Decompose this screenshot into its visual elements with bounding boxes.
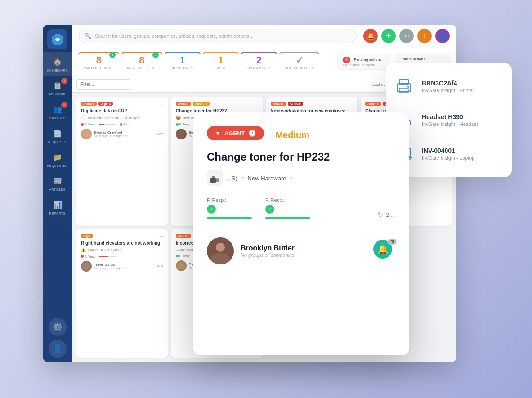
pending-actions-title: Pending actions xyxy=(354,58,382,62)
detail-priority: Medium xyxy=(275,130,309,140)
card-1-footer: Eleanor Crawford No groups or companies … xyxy=(81,129,163,139)
stat-tasks[interactable]: 1 TASKS xyxy=(203,52,239,72)
count-text: 2 ... xyxy=(386,211,396,218)
card-elevators[interactable]: ··· High Right hand elevators are not wo… xyxy=(76,229,168,358)
stat-unassigned[interactable]: 2 UNASSIGNED xyxy=(241,52,277,72)
card-3-menu-icon[interactable]: ··· xyxy=(349,101,353,107)
header: 🔍 Search for users, groups, companies, a… xyxy=(72,25,456,47)
card-5-usersub: No groups or companies xyxy=(94,267,128,270)
detail-user-section: Brooklyn Butler No groups or companies 🔔… xyxy=(207,228,396,264)
sidebar-label-requests: REQUESTS xyxy=(48,140,67,143)
field-bar-2 xyxy=(265,217,310,219)
sidebar-item-articles[interactable]: 📰 ARTICLES xyxy=(43,171,72,195)
sidebar-item-mywork[interactable]: 1 📋 MY WORK xyxy=(43,76,72,99)
sidebar-item-requests[interactable]: 📄 REQUESTS xyxy=(43,123,72,147)
sidebar-label-articles: ARTICLES xyxy=(49,188,66,191)
alert-icon: ! xyxy=(424,33,425,39)
card-5-title: Right hand elevators are not working xyxy=(81,241,163,246)
sidebar-label-dashboard: DASHBOARD xyxy=(47,69,68,72)
sidebar-item-settings[interactable]: ⚙️ xyxy=(49,318,67,336)
card-5-meta-text: Fault / Failure / Error xyxy=(88,248,121,252)
profile-icon: 👤 xyxy=(53,344,63,353)
sidebar-item-profile[interactable]: 👤 xyxy=(49,340,67,358)
card-menu-icon[interactable]: ··· xyxy=(160,101,164,107)
count-label: 10 xyxy=(404,34,409,38)
requests-icon: 📄 xyxy=(51,127,64,139)
tag-agent-3: AGENT xyxy=(271,102,286,106)
sidebar-item-reports[interactable]: 📊 REPORTS xyxy=(43,195,72,219)
card-1-title: Duplicate data in ERP xyxy=(81,108,163,113)
card-6-stat-f: F. Temp. xyxy=(176,255,191,258)
card-5-user-info: Travis Garcia No groups or companies xyxy=(94,263,128,270)
progress-mini-5 xyxy=(99,256,117,257)
f-resp-1-label: F. Resp.: xyxy=(207,197,252,203)
notification-badge: #9 xyxy=(387,239,397,245)
card-5-stats: F. Temp. xyxy=(81,255,163,258)
card-5-meta: ⚠️ Fault / Failure / Error xyxy=(81,248,163,252)
pending-actions-card[interactable]: 8 Pending actions Do, approve, complete xyxy=(337,54,391,70)
card-duplicate-erp[interactable]: ··· AGENT Urgent Duplicate data in ERP 📋… xyxy=(76,97,168,226)
tasks-label: TASKS xyxy=(215,67,226,70)
svg-rect-10 xyxy=(212,176,215,178)
collab-number: ✓ xyxy=(295,55,304,65)
stat-f-text-1: F. Temp. xyxy=(85,123,96,126)
detail-fields: F. Resp.: ✓ F. Resp.: ✓ ↻ 2 ... xyxy=(207,197,396,219)
printer-icon xyxy=(393,75,415,98)
avatar-eleanor xyxy=(81,129,92,139)
asset-laptop[interactable]: INV-004001 InvGate Insight - Laptop xyxy=(393,137,505,170)
sidebar-item-manager[interactable]: 2 👥 MANAGER xyxy=(43,99,72,123)
agent-label: AGENT xyxy=(224,130,245,137)
sidebar-item-dashboard[interactable]: 🏠 DASHBOARD xyxy=(43,52,72,76)
avatar-brooklyn xyxy=(176,129,187,139)
stat-dot-6 xyxy=(176,255,179,257)
card-5-id: #34 xyxy=(157,264,163,268)
detail-field-1: F. Resp.: ✓ xyxy=(207,197,252,219)
search-bar[interactable]: 🔍 Search for users, groups, companies, a… xyxy=(79,29,357,43)
stat-dot-1 xyxy=(81,123,84,126)
stat-approvals[interactable]: 1 APPROVALS xyxy=(165,52,201,72)
alert-button[interactable]: ! xyxy=(417,29,432,43)
card-5-menu-icon[interactable]: ··· xyxy=(160,233,164,239)
sidebar-item-requested[interactable]: 📁 REQUESTED xyxy=(43,147,72,171)
detail-breadcrumb: ...S) » New Hardware » xyxy=(207,170,396,186)
asset-printer-info: BRN3C2Af4 InvGate Insight - Printer xyxy=(422,80,474,93)
bell-icon: 🔔 xyxy=(367,32,375,40)
agent-dropdown-icon: ▼ xyxy=(215,130,221,137)
stat-assigned-to-me[interactable]: 2 8 ASSIGNED TO ME xyxy=(121,52,162,72)
card-2-meta-icon: 📦 xyxy=(176,116,181,120)
stat-dot-r-1 xyxy=(120,123,122,126)
headset-name: Headset H390 xyxy=(422,113,478,121)
stat-f-text-2: F. Temp. xyxy=(179,123,191,126)
breadcrumb-icon xyxy=(207,170,223,186)
card-2-menu-icon[interactable]: ··· xyxy=(254,101,259,107)
sidebar: 🏠 DASHBOARD 1 📋 MY WORK 2 👥 MANAGER 📄 RE… xyxy=(43,25,72,362)
progress-fill-5 xyxy=(99,256,108,257)
svg-rect-9 xyxy=(210,178,216,183)
card-1-header: AGENT Urgent xyxy=(81,102,163,106)
user-avatar-header[interactable]: 👤 xyxy=(435,29,450,43)
asset-printer[interactable]: BRN3C2Af4 InvGate Insight - Printer xyxy=(393,70,505,103)
assigned-label: ASSIGNED TO ME xyxy=(127,67,157,70)
stat-r-text-1: Res. xyxy=(123,123,130,126)
card-1-username: Eleanor Crawford xyxy=(94,130,128,134)
assigned-badge: 2 xyxy=(152,52,159,58)
detail-user-sub: No groups or companies xyxy=(241,252,367,258)
card-1-stat-f: F. Temp. xyxy=(81,123,96,126)
card-2-stat-f: F. Temp. xyxy=(176,123,191,126)
detail-field-2: F. Resp.: ✓ xyxy=(265,197,310,219)
asset-headset[interactable]: Headset H390 InvGate Insight - Headset xyxy=(393,103,505,137)
notifications-button[interactable]: 🔔 xyxy=(363,29,378,43)
check-icon-2: ✓ xyxy=(265,205,274,214)
app-logo[interactable] xyxy=(47,29,67,49)
detail-agent-button[interactable]: ▼ AGENT 🕐 xyxy=(207,126,264,140)
card-5-footer: Travis Garcia No groups or companies #34 xyxy=(81,261,163,272)
agent-clock-icon: 🕐 xyxy=(248,130,256,137)
count-button[interactable]: 10 xyxy=(399,29,414,43)
detail-notification[interactable]: 🔔 #9 xyxy=(373,240,396,262)
detail-title: Change toner for HP232 xyxy=(207,151,396,163)
add-button[interactable]: + xyxy=(381,29,396,43)
filter-input[interactable] xyxy=(76,79,130,90)
stat-collaboration[interactable]: ✓ COLLABORATION xyxy=(279,52,320,72)
asset-headset-info: Headset H390 InvGate Insight - Headset xyxy=(422,113,478,127)
stat-waiting-for-me[interactable]: 2 8 WAITING FOR ME xyxy=(79,52,119,72)
